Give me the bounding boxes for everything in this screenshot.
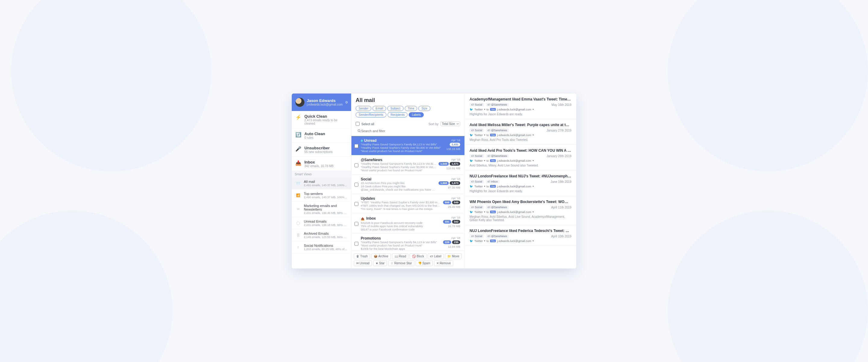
message-row[interactable]: Avid liked Melissa Miller's Tweet: Purpl… [465,119,576,145]
message-row[interactable]: WM Phoenix Open liked Amy Bockerstette's… [465,196,576,225]
filter-chip[interactable]: Subject [387,106,403,111]
action-button[interactable]: 🚫Block [410,253,426,259]
filter-chip[interactable]: Sender/Recipients [355,112,386,117]
sidebar-item[interactable]: fSocial Notifications1,202 emails, 80.25… [292,241,351,253]
action-button[interactable]: 🏷Label [428,253,444,259]
group-checkbox[interactable] [354,237,358,250]
preview-line: "Healthy Paws Saved Sampson's Family $4,… [361,241,441,244]
chevron-down-icon[interactable]: ▾ [532,185,534,188]
group-row[interactable]: @SaneNews"Healthy Paws Saved Sampson's F… [351,155,464,174]
filter-chip[interactable]: Recipients [388,112,408,117]
twitter-icon: 🐦 [470,108,473,111]
action-button[interactable]: 📁Move [445,253,461,259]
preview-line: "Healthy Paws Saved Sophie's Family over… [361,165,436,169]
filter-chip[interactable]: Size [418,106,430,111]
count-badge: 331 [443,220,451,224]
message-title: NUJ LondonFreelance liked Federica Tedes… [470,229,571,233]
preview-line: @Jas_onEdwards, check out the notificati… [361,188,436,191]
message-date: April 10th 2019 [551,235,571,238]
you-badge: You [490,211,496,213]
smart-sub: 2,149 emails, 123.59 MB, 86% of your ... [304,235,347,239]
twitter-icon: 🐦 [470,185,473,188]
nav-auto-clean[interactable]: 🔃 Auto Clean0 rules [292,129,351,143]
block-icon: 🚫 [412,255,415,258]
message-row[interactable]: AcademyofManagement liked Emma Vaast's T… [465,93,576,119]
group-size: 110.91 MB [446,167,460,170]
chevron-down-icon[interactable]: ▾ [532,159,534,162]
archive-icon: 📦 [374,255,377,258]
bolt-icon: ⚡ [296,114,301,120]
sidebar-item[interactable]: ◯Unread Emails2,431 emails, 138.18 MB, 9… [292,217,351,229]
message-date: January 28th 2019 [547,155,571,158]
sidebar-item[interactable]: 🗄Archived Emails2,149 emails, 123.59 MB,… [292,229,351,241]
action-button[interactable]: 👎Spam [415,260,433,266]
group-row[interactable]: Inbox541025 is your Facebook account rec… [351,213,464,233]
preview-line: "Most useful product I've found on Produ… [361,244,441,247]
chevron-down-icon[interactable]: ▾ [532,134,534,136]
chevron-down-icon[interactable]: ▾ [484,134,485,136]
chevron-down-icon[interactable]: ▾ [484,108,485,111]
action-button[interactable]: ★Star [373,260,387,266]
group-title: Promotions [361,236,381,241]
twitter-icon: 🐦 [470,133,473,137]
filter-chip[interactable]: Labels [409,112,424,117]
smart-icon: 🗄 [296,232,301,238]
action-button[interactable]: ☆Remove Star [388,260,414,266]
smart-sub: 2,491 emails, 140.37 MB, 100% of you... [304,184,347,187]
chevron-down-icon[interactable]: ▾ [484,240,485,242]
profile-name: Jason Edwards [307,98,343,103]
sort-select[interactable]: Total Size [440,121,460,126]
group-checkbox[interactable] [354,178,358,191]
label-icon: 🏷 [430,255,433,258]
group-date: Apr '18 [451,158,460,161]
action-button[interactable]: ✉Unread [354,260,372,266]
sender: Twitter [474,239,483,243]
group-checkbox[interactable] [354,159,358,172]
action-label: Trash [360,255,368,258]
chevron-down-icon[interactable]: ▾ [532,240,534,242]
chevron-down-icon[interactable]: ▾ [484,211,485,213]
action-button[interactable]: 📦Archive [371,253,391,259]
recipient: j.edwards.luck@gmail.com [497,185,531,188]
nav-unsubscriber[interactable]: 🎤 Unsubscriber55 new subscriptions [292,143,351,157]
tag: 🏷 Social [470,205,484,209]
group-row[interactable]: Unread"Healthy Paws Saved Sampson's Fami… [351,136,464,155]
group-checkbox[interactable] [354,217,358,231]
you-badge: You [490,134,496,136]
group-checkbox[interactable] [354,139,358,152]
action-button[interactable]: 📖Read [392,253,409,259]
nav-inbox[interactable]: 📥 Inbox342 emails, 16.78 MB [292,157,351,171]
search-input[interactable] [355,129,460,133]
mute-icon: 🎤 [296,146,301,152]
message-row[interactable]: Avid liked Avid Pro Tools's Tweet: HOW C… [465,145,576,170]
chevron-down-icon[interactable]: ▾ [484,185,485,188]
nav-quick-clean[interactable]: ⚡ Quick Clean2,473 emails ready to be cl… [292,111,351,129]
sidebar-item[interactable]: 📨All mail2,491 emails, 140.37 MB, 100% o… [292,177,351,190]
chevron-down-icon[interactable]: ▾ [484,159,485,162]
group-title: Inbox [366,216,376,221]
sidebar-item[interactable]: 📶Top senders2,490 emails, 140.37 MB, 100… [292,190,351,201]
group-title: @SaneNews [361,158,382,162]
action-button[interactable]: 🗑Trash [354,253,370,259]
group-row[interactable]: Social18 Architecture Pins you might lik… [351,174,464,194]
gear-icon[interactable]: ⚙ [345,101,348,104]
chevron-down-icon[interactable]: ▾ [532,108,534,111]
group-checkbox[interactable] [354,197,358,211]
message-row[interactable]: NUJ LondonFreelance liked Federica Tedes… [465,225,576,246]
message-row[interactable]: NUJ LondonFreelance liked NUJ's Tweet: #… [465,170,576,196]
you-badge: You [490,185,496,188]
group-title: Updates [361,196,375,201]
filter-chip[interactable]: Time [405,106,417,111]
filter-chip[interactable]: Email [373,106,386,111]
filter-chip[interactable]: Sender [355,106,371,111]
group-row[interactable]: Updates"#TBT: "Healthy Paws Saved Sophie… [351,194,464,213]
sidebar-item[interactable]: ✉Marketing emails and Newsletters2,431 e… [292,201,351,217]
chevron-down-icon[interactable]: ▾ [532,211,534,213]
preview-line: #TBT: 1980s tech that changed us, from M… [361,204,441,207]
preview-line: 75% of mobile apps have this critical vu… [361,224,441,228]
group-size: 16.78 MB [448,224,460,228]
group-row[interactable]: Promotions"Healthy Paws Saved Sampson's … [351,233,464,251]
action-button[interactable]: ✕Remove [434,260,453,266]
select-all-checkbox[interactable] [355,122,360,126]
action-label: Label [434,255,441,258]
